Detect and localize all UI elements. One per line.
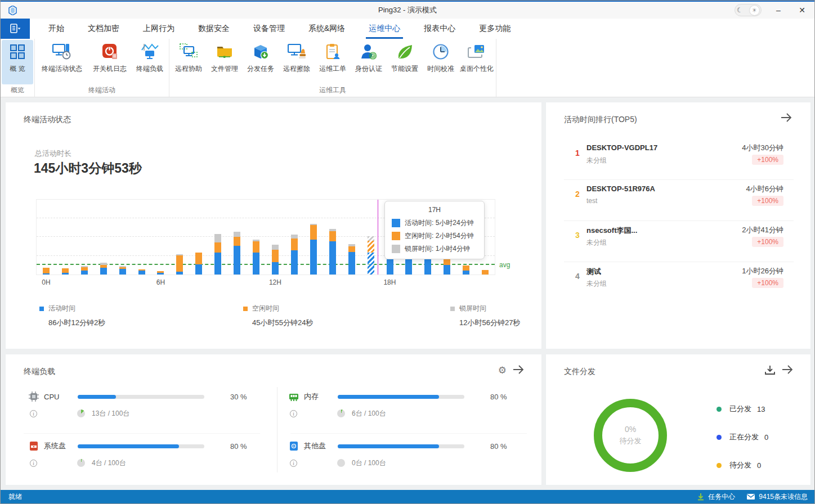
bar-hour-11H[interactable] (247, 200, 266, 274)
button-terminal-load[interactable]: 终端负载 (132, 40, 168, 84)
gear-icon[interactable]: ⚙ (498, 364, 507, 376)
minimize-button[interactable]: – (772, 6, 785, 15)
group-label-overview: 概览 (2, 84, 33, 97)
bar-hour-8H[interactable] (189, 200, 208, 274)
bar-segment (253, 241, 259, 253)
bar-hour-14H[interactable] (304, 200, 323, 274)
tab-shangwangxingwei[interactable]: 上网行为 (131, 19, 186, 39)
button-file-manager[interactable]: 文件管理 (207, 40, 243, 84)
button-remote-assist[interactable]: 远程协助 (171, 40, 207, 84)
bar-hour-1H[interactable] (56, 200, 75, 274)
tab-shujuanquan[interactable]: 数据安全 (186, 19, 241, 39)
x-tick: 12H (269, 278, 281, 286)
pie-icon (77, 410, 85, 417)
button-identity-auth[interactable]: 身份认证 (351, 40, 387, 84)
bar-segment (138, 271, 145, 274)
download-icon[interactable] (764, 364, 776, 378)
theme-toggle[interactable]: ☾ ☀ (735, 4, 762, 16)
legend-swatch (450, 307, 455, 311)
button-power-log[interactable]: 开关机日志 (88, 40, 132, 84)
bar-segment (368, 236, 374, 241)
bar-hour-9H[interactable] (208, 200, 227, 274)
arrow-right-icon[interactable] (780, 112, 792, 125)
bar-hour-10H[interactable] (227, 200, 247, 274)
info-icon[interactable]: i (30, 410, 37, 417)
ping32-window: Ping32 - 演示模式 ☾ ☀ – ✕ 开始 文档加密 上网行为 数据安全 … (0, 0, 815, 504)
bar-hour-6H[interactable] (151, 200, 171, 274)
duration: 2小时41分钟 (742, 225, 783, 235)
metric-percent: 30 % (230, 393, 247, 401)
overview-label: 概 览 (10, 64, 25, 74)
arrow-right-icon[interactable] (781, 364, 794, 377)
legend-value: 12小时56分钟27秒 (459, 318, 520, 328)
ribbon-toolbar: 概 览 概览 终端活动状态 开关机日志 终端负载 终端活动 (1, 39, 814, 97)
work-order-icon (324, 43, 341, 60)
button-desktop-personalization[interactable]: 桌面个性化 (459, 40, 495, 84)
legend-item-active: 活动时间 86小时12分钟2秒 (39, 304, 105, 328)
metric-cpu: CPU 30 % i 13台 / 100台 (28, 390, 276, 419)
bar-segment (387, 258, 393, 274)
tab-wendangjiami[interactable]: 文档加密 (76, 19, 131, 39)
overview-button[interactable]: 概 览 (2, 40, 33, 84)
arrow-right-icon[interactable] (512, 364, 525, 377)
tab-yunweizhongxin[interactable]: 运维中心 (357, 19, 412, 39)
app-menu-button[interactable] (1, 19, 30, 39)
metric-percent: 80 % (490, 393, 507, 401)
info-icon[interactable]: i (30, 460, 37, 467)
tab-xitongwangluo[interactable]: 系统&网络 (297, 19, 357, 39)
button-remote-wipe[interactable]: 远程擦除 (279, 40, 315, 84)
activity-chart[interactable]: avg 0H 6H 12H 18H 17H 活动时间: 5小时24分钟 空闲时间… (36, 199, 495, 275)
bar-segment (444, 265, 450, 274)
bar-hour-7H[interactable] (170, 200, 189, 274)
bar-segment (195, 253, 202, 264)
legend-value: 0 (764, 433, 768, 442)
top5-row-4[interactable]: 4 测试 未分组 1小时26分钟 +100% (564, 262, 794, 303)
tab-baobiaozhongxin[interactable]: 报表中心 (412, 19, 467, 39)
info-icon[interactable]: i (290, 460, 297, 467)
button-energy-settings[interactable]: 节能设置 (387, 40, 423, 84)
bar-hour-0H[interactable] (37, 200, 56, 274)
terminal-group: 未分组 (586, 156, 607, 165)
metric-label: 系统盘 (44, 441, 77, 451)
bar-segment (234, 246, 240, 274)
metric-count: 13台 / 100台 (92, 409, 129, 418)
tooltip-text: 活动时间: 5小时24分钟 (405, 218, 474, 228)
bar-hour-4H[interactable] (113, 200, 132, 274)
close-button[interactable]: ✕ (795, 6, 809, 15)
bar-hour-5H[interactable] (132, 200, 151, 274)
bar-segment (368, 241, 374, 253)
tab-shebeiguanli[interactable]: 设备管理 (241, 19, 297, 39)
tab-gengduogongneng[interactable]: 更多功能 (467, 19, 522, 39)
button-work-order[interactable]: 运维工单 (315, 40, 351, 84)
divider (24, 433, 260, 434)
info-icon[interactable]: i (290, 410, 297, 417)
top5-row-1[interactable]: 1 DESKTOP-VGDPL17 未分组 4小时30分钟 +100% (564, 139, 794, 180)
unread-messages-button[interactable]: 9415条未读信息 (746, 492, 808, 502)
bar-hour-13H[interactable] (285, 200, 304, 274)
bar-hour-12H[interactable] (266, 200, 285, 274)
remote-assist-icon (180, 43, 198, 60)
button-terminal-activity[interactable]: 终端活动状态 (36, 40, 88, 84)
bar-hour-2H[interactable] (75, 200, 94, 274)
other-disk-icon (288, 441, 299, 451)
top5-row-3[interactable]: 3 nsecsoft李国... 未分组 2小时41分钟 +100% (564, 221, 794, 262)
legend-swatch (243, 307, 248, 311)
top5-row-2[interactable]: 2 DESKTOP-51R976A test 4小时6分钟 +100% (564, 180, 794, 221)
total-duration-label: 总活动时长 (35, 148, 71, 159)
sun-icon: ☀ (750, 6, 759, 15)
button-distribute-task[interactable]: 分发任务 (243, 40, 279, 84)
duration: 1小时26分钟 (742, 266, 783, 276)
bar-hour-3H[interactable] (94, 200, 113, 274)
bar-segment (214, 242, 221, 253)
task-center-button[interactable]: 任务中心 (697, 492, 735, 502)
bar-segment (234, 237, 240, 246)
bar-segment (234, 232, 240, 237)
bar-hour-16H[interactable] (342, 200, 361, 274)
tab-kaishi[interactable]: 开始 (37, 19, 76, 39)
bar-hour-15H[interactable] (323, 200, 342, 274)
button-time-calibration[interactable]: 时间校准 (423, 40, 459, 84)
tooltip-text: 锁屏时间: 1小时4分钟 (405, 244, 470, 254)
chart-tooltip: 17H 活动时间: 5小时24分钟 空闲时间: 2小时54分钟 锁屏时间: 1小… (384, 201, 485, 259)
duration: 4小时6分钟 (746, 184, 783, 194)
tooltip-swatch-locked (392, 245, 400, 253)
